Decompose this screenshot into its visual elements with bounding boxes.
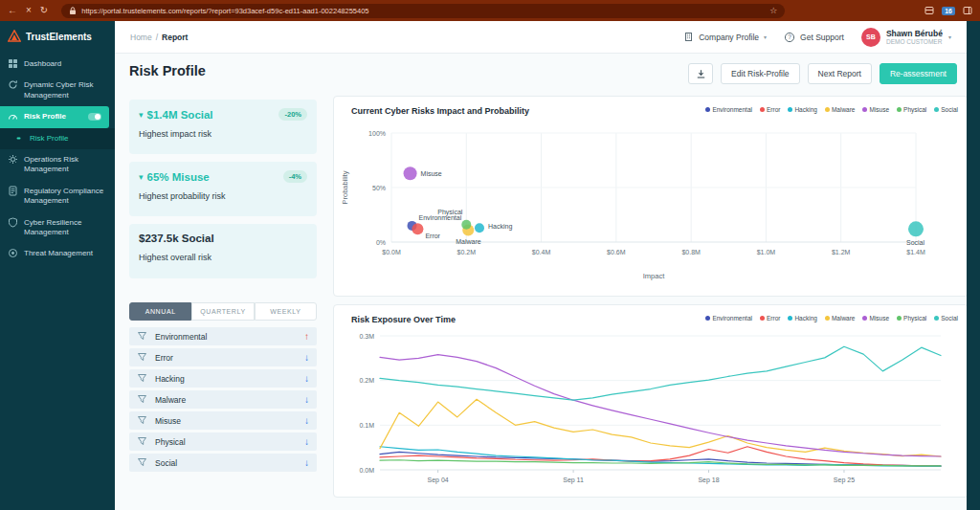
trend-down-icon: ↓ [304, 457, 309, 468]
get-support-link[interactable]: ? Get Support [784, 32, 844, 43]
building-icon [683, 32, 694, 42]
legend-item-misuse[interactable]: Misuse [862, 315, 889, 322]
user-role: DEMO CUSTOMER [886, 38, 943, 45]
sidebar-item-operations-risk-management[interactable]: Operations Risk Management [0, 149, 115, 181]
legend-item-social[interactable]: Social [934, 315, 958, 322]
caret-down-icon[interactable]: ▾ [139, 172, 144, 182]
trend-down-icon: ↓ [304, 436, 309, 447]
legend-item-malware[interactable]: Malware [825, 315, 856, 322]
physical-color-dot [897, 107, 902, 112]
legend-item-environmental[interactable]: Environmental [705, 106, 752, 113]
legend-label: Environmental [712, 315, 752, 322]
legend-label: Malware [832, 315, 856, 322]
next-report-button[interactable]: Next Report [808, 63, 872, 84]
period-tabs: ANNUALQUARTERLYWEEKLY [129, 302, 317, 321]
legend-label: Hacking [794, 106, 816, 113]
trustelements-logo-icon [8, 30, 21, 44]
tab-weekly[interactable]: WEEKLY [255, 302, 317, 321]
svg-text:$1.2M: $1.2M [832, 249, 851, 255]
sidebar-item-cyber-resilience-management[interactable]: Cyber Resilience Management [0, 212, 115, 244]
tab-quarterly[interactable]: QUARTERLY [191, 302, 254, 321]
legend-item-misuse[interactable]: Misuse [862, 106, 889, 113]
summary-card-3[interactable]: $237.5k SocialHighest overall risk [129, 224, 317, 278]
malware-color-dot [825, 316, 830, 321]
sidebar-item-dashboard[interactable]: Dashboard [0, 54, 115, 75]
user-name: Shawn Bérubé [886, 29, 943, 38]
sidebar-item-dynamic-cyber-risk-management[interactable]: Dynamic Cyber Risk Management [0, 75, 115, 106]
sidebar-toggle-icon[interactable] [963, 6, 972, 15]
topbar: Home / Report Company Profile ▾ ? Get Su… [115, 21, 967, 54]
legend-item-malware[interactable]: Malware [825, 106, 856, 113]
scatter-chart-legend: EnvironmentalErrorHackingMalwareMisusePh… [705, 106, 958, 113]
line-chart: 0.0M0.1M0.2M0.3MSep 04Sep 11Sep 18Sep 25 [334, 305, 966, 495]
dashboard-icon [8, 58, 18, 69]
trend-down-icon: ↓ [304, 373, 309, 384]
legend-item-error[interactable]: Error [760, 106, 780, 113]
sidebar-item-label: Cyber Resilience Management [24, 218, 107, 238]
card-caption: Highest overall risk [139, 253, 307, 262]
summary-card-1[interactable]: ▾$1.4M Social-20%Highest impact risk [129, 100, 317, 154]
misuse-color-dot [862, 316, 867, 321]
filter-icon [137, 415, 147, 426]
legend-item-social[interactable]: Social [934, 106, 958, 113]
legend-item-hacking[interactable]: Hacking [788, 315, 816, 322]
risk-row-environmental[interactable]: Environmental↑ [129, 327, 317, 345]
svg-text:Sep 04: Sep 04 [428, 477, 449, 484]
risk-row-malware[interactable]: Malware↓ [129, 390, 317, 409]
reassessment-button[interactable]: Re-assessment [880, 63, 957, 84]
bookmark-star-icon[interactable]: ☆ [769, 6, 777, 15]
legend-item-error[interactable]: Error [760, 315, 780, 322]
filter-icon [137, 394, 147, 405]
legend-item-environmental[interactable]: Environmental [705, 315, 752, 322]
nav-active-toggle[interactable] [88, 113, 101, 121]
refresh-icon[interactable]: ↻ [40, 6, 48, 15]
legend-label: Malware [832, 106, 856, 113]
svg-text:Sep 18: Sep 18 [698, 477, 719, 484]
svg-text:$0.6M: $0.6M [607, 249, 626, 255]
legend-label: Error [767, 106, 780, 113]
risk-row-misuse[interactable]: Misuse↓ [129, 411, 317, 430]
back-icon[interactable]: ← [8, 6, 17, 15]
sidebar-item-risk-profile-sub[interactable]: Risk Profile [0, 128, 115, 149]
caret-down-icon[interactable]: ▾ [139, 110, 144, 120]
extensions-icon[interactable] [924, 6, 934, 15]
close-icon[interactable]: × [26, 6, 32, 15]
misuse-color-dot [862, 107, 867, 112]
svg-text:$0.4M: $0.4M [532, 249, 551, 255]
risk-row-physical[interactable]: Physical↓ [129, 432, 317, 451]
environmental-color-dot [705, 107, 710, 112]
summary-card-2[interactable]: ▾65% Misuse-4%Highest probability risk [129, 162, 317, 216]
address-bar[interactable]: https://portal.trustelements.com/reports… [61, 4, 785, 18]
download-button[interactable] [688, 63, 713, 84]
risk-name: Environmental [155, 332, 297, 342]
notification-badge[interactable]: 16 [942, 7, 955, 15]
legend-item-hacking[interactable]: Hacking [788, 106, 816, 113]
filter-icon [137, 373, 147, 384]
risk-row-hacking[interactable]: Hacking↓ [129, 369, 317, 388]
tab-annual[interactable]: ANNUAL [129, 302, 191, 321]
legend-item-physical[interactable]: Physical [897, 106, 926, 113]
legend-label: Error [767, 315, 780, 322]
doc-icon [8, 186, 18, 196]
legend-item-physical[interactable]: Physical [897, 315, 926, 322]
trend-down-icon: ↓ [304, 415, 309, 426]
right-edge-panel [967, 21, 980, 510]
legend-label: Physical [903, 106, 926, 113]
brand-logo[interactable]: TrustElements [0, 21, 115, 54]
avatar: SB [861, 28, 880, 47]
sidebar-item-regulatory-compliance-management[interactable]: Regulatory Compliance Management [0, 181, 115, 212]
sidebar-item-risk-profile[interactable]: Risk Profile [0, 106, 109, 127]
target-icon [8, 248, 18, 258]
edit-risk-profile-button[interactable]: Edit Risk-Profile [721, 63, 799, 84]
sidebar-item-label: Regulatory Compliance Management [24, 187, 107, 207]
shield-icon [8, 217, 18, 228]
scatter-chart-panel: Current Cyber Risks Impact and Probabili… [333, 96, 969, 297]
user-menu[interactable]: SB Shawn Bérubé DEMO CUSTOMER ▾ [861, 28, 951, 47]
hacking-color-dot [788, 316, 792, 321]
brand-name: TrustElements [26, 32, 92, 42]
risk-row-error[interactable]: Error↓ [129, 348, 317, 366]
breadcrumb-home[interactable]: Home [130, 33, 152, 42]
risk-row-social[interactable]: Social↓ [129, 454, 317, 472]
sidebar-item-threat-management[interactable]: Threat Management [0, 243, 115, 264]
company-profile-menu[interactable]: Company Profile ▾ [683, 32, 767, 42]
